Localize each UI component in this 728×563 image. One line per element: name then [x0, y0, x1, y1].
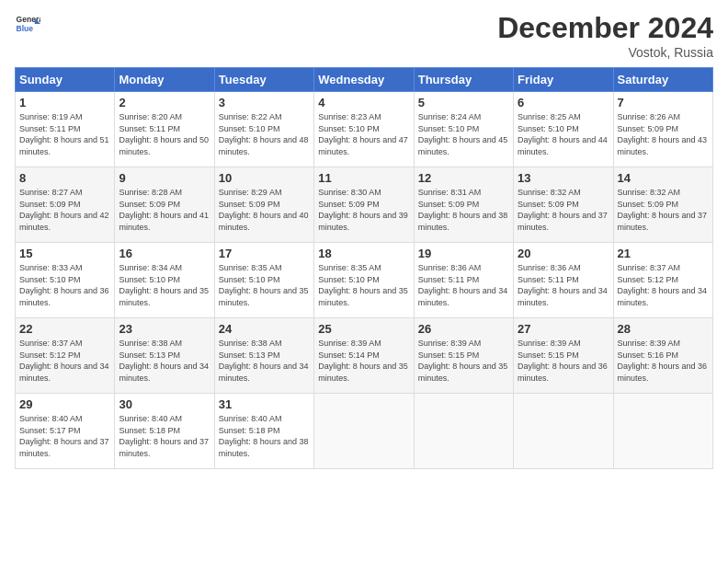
table-row: 4 Sunrise: 8:23 AMSunset: 5:10 PMDayligh…	[314, 92, 414, 167]
table-row: 9 Sunrise: 8:28 AMSunset: 5:09 PMDayligh…	[115, 167, 214, 243]
empty-cell	[514, 394, 613, 469]
table-row: 12 Sunrise: 8:31 AMSunset: 5:09 PMDaylig…	[414, 167, 513, 243]
empty-cell	[314, 394, 414, 469]
table-row: 8 Sunrise: 8:27 AMSunset: 5:09 PMDayligh…	[16, 167, 115, 243]
table-row: 6 Sunrise: 8:25 AMSunset: 5:10 PMDayligh…	[514, 92, 613, 167]
logo-icon: General Blue	[15, 11, 40, 37]
calendar-week-row: 8 Sunrise: 8:27 AMSunset: 5:09 PMDayligh…	[16, 167, 713, 243]
table-row: 26 Sunrise: 8:39 AMSunset: 5:15 PMDaylig…	[414, 318, 513, 394]
calendar-week-row: 22 Sunrise: 8:37 AMSunset: 5:12 PMDaylig…	[16, 318, 713, 394]
col-wednesday: Wednesday	[314, 68, 414, 92]
table-row: 23 Sunrise: 8:38 AMSunset: 5:13 PMDaylig…	[115, 318, 214, 394]
table-row: 7 Sunrise: 8:26 AMSunset: 5:09 PMDayligh…	[613, 92, 712, 167]
logo: General Blue	[15, 11, 40, 37]
table-row: 13 Sunrise: 8:32 AMSunset: 5:09 PMDaylig…	[514, 167, 613, 243]
table-row: 27 Sunrise: 8:39 AMSunset: 5:15 PMDaylig…	[514, 318, 613, 394]
month-title: December 2024	[497, 11, 713, 45]
table-row: 16 Sunrise: 8:34 AMSunset: 5:10 PMDaylig…	[115, 243, 214, 318]
svg-text:Blue: Blue	[17, 24, 34, 33]
col-tuesday: Tuesday	[214, 68, 313, 92]
calendar-week-row: 29 Sunrise: 8:40 AMSunset: 5:17 PMDaylig…	[16, 394, 713, 469]
table-row: 17 Sunrise: 8:35 AMSunset: 5:10 PMDaylig…	[214, 243, 313, 318]
calendar-table: Sunday Monday Tuesday Wednesday Thursday…	[15, 67, 713, 469]
empty-cell	[613, 394, 712, 469]
table-row: 15 Sunrise: 8:33 AMSunset: 5:10 PMDaylig…	[16, 243, 115, 318]
calendar-week-row: 15 Sunrise: 8:33 AMSunset: 5:10 PMDaylig…	[16, 243, 713, 318]
table-row: 21 Sunrise: 8:37 AMSunset: 5:12 PMDaylig…	[613, 243, 712, 318]
table-row: 1 Sunrise: 8:19 AMSunset: 5:11 PMDayligh…	[16, 92, 115, 167]
calendar-week-row: 1 Sunrise: 8:19 AMSunset: 5:11 PMDayligh…	[16, 92, 713, 167]
table-row: 5 Sunrise: 8:24 AMSunset: 5:10 PMDayligh…	[414, 92, 513, 167]
header: General Blue December 2024 Vostok, Russi…	[15, 11, 713, 60]
location: Vostok, Russia	[497, 45, 713, 60]
table-row: 29 Sunrise: 8:40 AMSunset: 5:17 PMDaylig…	[16, 394, 115, 469]
table-row: 14 Sunrise: 8:32 AMSunset: 5:09 PMDaylig…	[613, 167, 712, 243]
title-block: December 2024 Vostok, Russia	[497, 11, 713, 60]
col-saturday: Saturday	[613, 68, 712, 92]
col-thursday: Thursday	[414, 68, 513, 92]
table-row: 20 Sunrise: 8:36 AMSunset: 5:11 PMDaylig…	[514, 243, 613, 318]
empty-cell	[414, 394, 513, 469]
table-row: 30 Sunrise: 8:40 AMSunset: 5:18 PMDaylig…	[115, 394, 214, 469]
table-row: 3 Sunrise: 8:22 AMSunset: 5:10 PMDayligh…	[214, 92, 313, 167]
col-friday: Friday	[514, 68, 613, 92]
table-row: 2 Sunrise: 8:20 AMSunset: 5:11 PMDayligh…	[115, 92, 214, 167]
col-monday: Monday	[115, 68, 214, 92]
header-row: Sunday Monday Tuesday Wednesday Thursday…	[16, 68, 713, 92]
table-row: 11 Sunrise: 8:30 AMSunset: 5:09 PMDaylig…	[314, 167, 414, 243]
col-sunday: Sunday	[16, 68, 115, 92]
table-row: 19 Sunrise: 8:36 AMSunset: 5:11 PMDaylig…	[414, 243, 513, 318]
table-row: 31 Sunrise: 8:40 AMSunset: 5:18 PMDaylig…	[214, 394, 313, 469]
table-row: 10 Sunrise: 8:29 AMSunset: 5:09 PMDaylig…	[214, 167, 313, 243]
table-row: 22 Sunrise: 8:37 AMSunset: 5:12 PMDaylig…	[16, 318, 115, 394]
table-row: 25 Sunrise: 8:39 AMSunset: 5:14 PMDaylig…	[314, 318, 414, 394]
table-row: 28 Sunrise: 8:39 AMSunset: 5:16 PMDaylig…	[613, 318, 712, 394]
table-row: 18 Sunrise: 8:35 AMSunset: 5:10 PMDaylig…	[314, 243, 414, 318]
table-row: 24 Sunrise: 8:38 AMSunset: 5:13 PMDaylig…	[214, 318, 313, 394]
